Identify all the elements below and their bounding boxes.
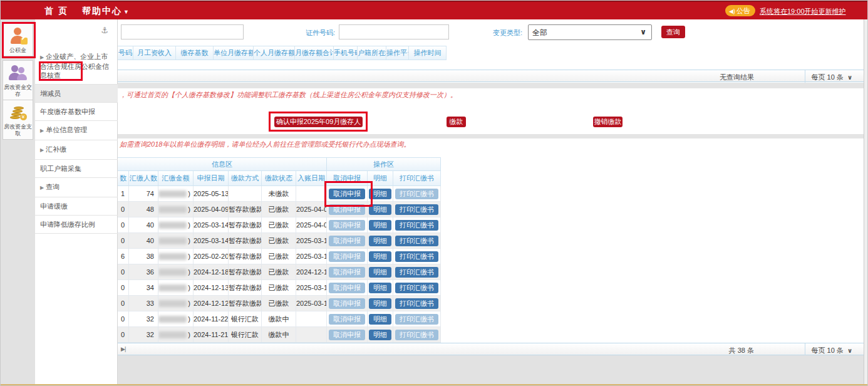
keyword-input[interactable] [121,24,244,39]
detail-button[interactable]: 明细 [369,251,391,262]
page-size-select-bottom[interactable]: 每页 10 条∨ [805,343,857,356]
cell-amount-masked: ) [158,327,194,343]
cancel-declare-cell: 取消申报 [327,280,368,296]
cancel-pay-button[interactable]: 撤销缴款 [593,117,623,127]
sidebar-item-label: 企业破产、企业上市合法合规住房公积金信息核查 [40,53,109,79]
cell-amount-masked: ) [158,202,194,217]
group-header-info: 信息区 [118,157,327,171]
detail-button[interactable]: 明细 [369,314,391,325]
sidebar-item-7[interactable]: 申请缓缴 [35,197,118,216]
cell-amount-masked: ) [158,280,194,296]
sidebar-item-2[interactable]: 年度缴存基数申报 [35,103,118,121]
rail-item-fanggai-zhiqu[interactable]: ¥ 房改资金支取 [3,100,33,140]
table-row: 048)2025-04-09暂存款缴款已缴款2025-04-09取消申报明细打印… [118,202,441,217]
cell-entry-date: 2025-04-09 [296,217,327,233]
print-remit-cell: 打印汇缴书 [393,202,441,217]
cell-pay-method: 暂存款缴款 [229,217,262,233]
cell-pay-status: 缴款中 [262,327,296,343]
scrollbar-track[interactable] [864,19,868,384]
nav-home[interactable]: 首 页 [44,6,68,17]
table-row: 040)2025-03-14暂存款缴款已缴款2025-04-09取消申报明细打印… [118,217,441,233]
anchor-icon[interactable]: ⚓ [101,26,108,35]
cell-entry-date: 2025-03-14 [296,249,327,264]
detail-button[interactable]: 明细 [369,298,391,309]
detail-cell: 明细 [368,311,393,327]
confirm-declare-button[interactable]: 确认申报2025年09月缴存人员名单 [274,117,363,127]
divider [118,134,864,138]
change-type-select[interactable]: 全部 ∨ [528,24,652,40]
scroll-end-icon[interactable]: ▶| [121,346,125,352]
nav-help-center[interactable]: 帮助中心▼ [82,6,129,17]
detail-button[interactable]: 明细 [369,220,391,231]
detail-button[interactable]: 明细 [369,267,391,278]
print-remit-button[interactable]: 打印汇缴书 [395,204,438,215]
cell-amount-masked: ) [158,264,194,280]
sidebar-menu: ⚓ ▶企业破产、企业上市合法合规住房公积金信息核查增减员年度缴存基数申报▶单位信… [35,19,118,384]
cancel-declare-cell: 取消申报 [327,217,368,233]
announcement-badge[interactable]: ◀)公告 [725,5,755,16]
print-remit-button: 打印汇缴书 [395,314,438,325]
sidebar-item-3[interactable]: ▶单位信息管理 [35,121,118,140]
print-remit-cell: 打印汇缴书 [393,327,441,343]
rail-item-fanggai-jiaocun[interactable]: 房改资金交存 [3,60,33,100]
cell-pay-status: 已缴款 [262,280,296,296]
table-row: 174)2025-05-13未缴款取消申报明细打印汇缴书 [118,186,441,202]
cancel-declare-button[interactable]: 取消申报 [329,189,365,199]
masked-amount-block [158,300,187,307]
sidebar-item-0[interactable]: ▶企业破产、企业上市合法合规住房公积金信息核查 [35,48,118,85]
print-remit-button[interactable]: 打印汇缴书 [395,220,438,231]
cell-people-count: 33 [129,296,158,311]
detail-button[interactable]: 明细 [369,330,391,340]
cell-amount-masked: ) [158,217,194,233]
pay-button[interactable]: 缴款 [447,117,466,127]
print-remit-button: 打印汇缴书 [395,189,438,199]
print-remit-button[interactable]: 打印汇缴书 [395,298,438,309]
sidebar-item-label: 职工户籍采集 [40,165,81,172]
detail-cell: 明细 [368,280,393,296]
sidebar-item-1[interactable]: 增减员 [35,85,118,103]
print-remit-button[interactable]: 打印汇缴书 [395,236,438,246]
cell-entry-date: 2025-03-14 [296,233,327,249]
masked-amount-block [158,316,187,323]
remittance-col-header: 缴款状态 [262,171,296,186]
print-remit-button[interactable]: 打印汇缴书 [395,251,438,262]
cell-people-count: 74 [129,186,158,202]
sidebar-item-6[interactable]: ▶查询 [35,178,118,197]
cert-number-input[interactable] [339,24,449,39]
employee-col-header: 缴存基数 [176,46,214,60]
page-size-select-top[interactable]: 每页 10 条∨ [805,70,857,83]
sidebar-item-label: 申请降低缴存比例 [40,221,95,228]
sidebar-item-4[interactable]: ▶汇补缴 [35,140,118,160]
cell-pay-method: 暂存款缴款 [229,264,262,280]
app-window: 首 页 帮助中心▼ ◀)公告 系统将在19:00开始更新维护 公积金 房改资金交… [0,0,868,386]
employee-table-empty-area [118,60,864,70]
cell-count: 1 [118,186,129,202]
cancel-declare-cell: 取消申报 [327,264,368,280]
cell-amount-masked: ) [158,296,194,311]
top-navbar: 首 页 帮助中心▼ ◀)公告 系统将在19:00开始更新维护 [1,1,868,19]
cancel-declare-button: 取消申报 [329,220,365,231]
detail-button[interactable]: 明细 [369,204,391,215]
cell-count: 0 [118,233,129,249]
cancel-declare-button: 取消申报 [329,314,365,325]
sidebar-item-8[interactable]: 申请降低缴存比例 [35,216,118,234]
cell-pay-method: 暂存款缴款 [229,233,262,249]
cell-count: 0 [118,280,129,296]
cell-pay-status: 已缴款 [262,296,296,311]
print-remit-button[interactable]: 打印汇缴书 [395,267,438,278]
cancel-declare-button: 取消申报 [329,204,365,215]
system-maintenance-link[interactable]: 系统将在19:00开始更新维护 [760,7,846,16]
remittance-table-pagination: ▶| 共 38 条 每页 10 条∨ [118,343,864,355]
cell-count: 0 [118,311,129,327]
chevron-down-icon: ▼ [123,9,129,15]
employee-col-header: 个人月缴存额 [254,46,295,60]
detail-button[interactable]: 明细 [369,236,391,246]
detail-button[interactable]: 明细 [369,283,391,293]
search-button[interactable]: 查询 [661,26,685,38]
print-remit-button[interactable]: 打印汇缴书 [395,283,438,293]
detail-button[interactable]: 明细 [369,189,391,199]
cell-pay-status: 缴款中 [262,311,296,327]
rail-item-gongjijin[interactable]: 公积金 [3,23,33,56]
detail-cell: 明细 [368,186,393,202]
sidebar-item-5[interactable]: 职工户籍采集 [35,160,118,178]
